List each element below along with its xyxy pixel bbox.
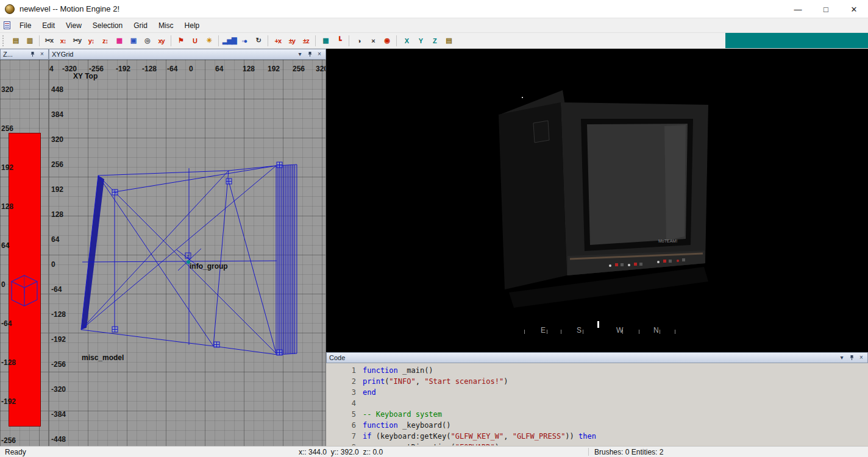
application-window: newlevel -- Motion Engine 2! — □ ✕ FileE… — [0, 0, 868, 457]
code-panel-title: Code — [329, 354, 838, 361]
menu-item-edit[interactable]: Edit — [37, 19, 60, 32]
translate-x-icon[interactable]: +x — [271, 34, 284, 47]
tv-model-render: MoTEAM! — [326, 49, 868, 352]
status-counts: Brushes: 0 Entities: 2 — [594, 448, 663, 456]
levels-icon[interactable]: ┗ — [333, 34, 346, 47]
status-divider — [588, 448, 589, 456]
translate-y-icon[interactable]: ±y — [285, 34, 298, 47]
xy-grid-panel: XYGrid ▾ × — [49, 49, 326, 446]
tv-brand-label: MoTEAM! — [658, 239, 677, 243]
view-orientation-label: XY Top — [73, 72, 98, 80]
menu-item-misc[interactable]: Misc — [153, 19, 179, 32]
xy-panel-header[interactable]: XYGrid ▾ × — [49, 49, 326, 60]
xy-panel-title: XYGrid — [52, 51, 296, 58]
menu-item-file[interactable]: File — [14, 19, 37, 32]
rotate-icon[interactable]: ↻ — [252, 34, 265, 47]
menu-item-help[interactable]: Help — [179, 19, 205, 32]
code-token: if — [363, 432, 371, 441]
code-line: 6function _keyboard() — [326, 420, 868, 431]
dial-icon[interactable]: ◑ — [352, 34, 365, 47]
toolbar-separator — [349, 35, 349, 46]
minimize-button[interactable]: — — [784, 0, 812, 18]
open-model-icon[interactable]: ▥ — [23, 34, 36, 47]
menu-item-view[interactable]: View — [60, 19, 87, 32]
cut-y-icon[interactable]: ✂y — [71, 34, 84, 47]
toolbar-separator — [171, 35, 171, 46]
effects-icon[interactable]: ✳ — [202, 34, 215, 47]
notes-icon[interactable]: ▣ — [127, 34, 140, 47]
toolbar-separator — [218, 35, 219, 46]
record-icon[interactable]: ◉ — [380, 34, 393, 47]
cut-x-icon[interactable]: ✂x — [43, 34, 55, 47]
model-wireframe[interactable]: z — [49, 60, 326, 446]
pin-icon[interactable] — [29, 51, 36, 58]
code-token: function — [363, 366, 398, 375]
code-editor[interactable]: 1function _main()2print("INFO", "Start s… — [326, 363, 868, 445]
compass-tick — [639, 330, 639, 334]
code-line-text: if (keyboard:getKey("GLFW_KEY_W", "GLFW_… — [363, 431, 868, 442]
maximize-button[interactable]: □ — [812, 0, 840, 18]
code-token: end — [363, 388, 376, 397]
menu-item-grid[interactable]: Grid — [128, 19, 153, 32]
z-panel: Z... × 320256192128640-64-128-192-256 — [0, 49, 49, 446]
code-line: 5-- Keyboard system — [326, 409, 868, 420]
code-token: "Start scenarios!" — [424, 377, 503, 386]
close-button[interactable]: ✕ — [840, 0, 868, 18]
points-icon[interactable]: ◦● — [238, 34, 251, 47]
z-cube-wireframe — [9, 273, 40, 316]
code-token: then — [578, 432, 596, 441]
close-icon[interactable]: × — [316, 51, 323, 58]
code-line-number: 2 — [326, 376, 363, 387]
code-panel: Code ▾ × 1function _main()2print("INFO",… — [326, 352, 868, 446]
code-token: setDirection( — [363, 443, 455, 445]
compass-tick — [583, 330, 583, 334]
code-line: 2print("INFO", "Start scenarios!") — [326, 376, 868, 387]
compass-tick — [524, 330, 525, 334]
axis-x-icon[interactable]: X — [400, 34, 413, 47]
zoom-view-icon[interactable]: ◎ — [141, 34, 154, 47]
code-token: print — [363, 377, 385, 386]
notebook-icon[interactable]: ▤ — [442, 34, 455, 47]
close-icon[interactable]: × — [858, 354, 865, 361]
move-x-icon[interactable]: x↕ — [57, 34, 69, 47]
magnet-icon[interactable]: U — [188, 34, 201, 47]
code-panel-header[interactable]: Code ▾ × — [326, 352, 868, 363]
pin-icon[interactable] — [306, 51, 313, 58]
move-y-icon[interactable]: y↕ — [85, 34, 98, 47]
axis-y-icon[interactable]: Y — [414, 34, 427, 47]
delete-icon[interactable]: × — [366, 34, 379, 47]
toolbar-separator — [39, 35, 40, 46]
code-line: 4 — [326, 398, 868, 409]
code-line-text: function _main() — [363, 365, 868, 376]
compass-letter-w: W — [616, 326, 623, 335]
chevron-down-icon[interactable]: ▾ — [838, 354, 845, 361]
close-icon[interactable]: × — [38, 51, 46, 58]
status-ready: Ready — [5, 448, 26, 456]
xy-grid-view[interactable]: z 4-320-256-192-128-64064128192256320 44… — [49, 60, 326, 446]
open-scene-icon[interactable]: ▤ — [9, 34, 22, 47]
flag-icon[interactable]: ⚑ — [174, 34, 187, 47]
z-grid-view[interactable]: 320256192128640-64-128-192-256 — [0, 60, 49, 446]
code-token: "GLFW_PRESS" — [513, 432, 566, 441]
chevron-down-icon[interactable]: ▾ — [296, 51, 304, 58]
translate-z-icon[interactable]: ±z — [299, 34, 312, 47]
compass-tick — [561, 330, 561, 334]
histogram-icon[interactable]: ▂▅▇ — [222, 34, 237, 47]
xy-view-icon[interactable]: xy — [155, 34, 168, 47]
paint-grid-icon[interactable]: ▦ — [113, 34, 126, 47]
code-token: "GLFW_KEY_W" — [451, 432, 504, 441]
toolbar-gripper[interactable] — [2, 35, 5, 46]
compass-letter-n: N — [653, 326, 659, 335]
grid-table-icon[interactable]: ▦ — [319, 34, 332, 47]
code-line: 8 setDirection("FORWARD") — [326, 442, 868, 445]
z-ruler-label: 0 — [1, 280, 5, 289]
pin-icon[interactable] — [848, 354, 855, 361]
z-panel-header[interactable]: Z... × — [0, 49, 49, 60]
axis-z-icon[interactable]: Z — [428, 34, 441, 47]
toolbar-teal-block — [725, 33, 868, 48]
move-z-icon[interactable]: z↕ — [99, 34, 112, 47]
toolbar-icons: ▤▥✂xx↕✂yy↕z↕▦▣◎xy⚑U✳▂▅▇◦●↻+x±y±z▦┗◑×◉XYZ… — [9, 34, 455, 47]
menu-item-selection[interactable]: Selection — [87, 19, 128, 32]
code-line-text — [363, 398, 868, 409]
viewport-3d[interactable]: MoTEAM! ESWN — [326, 49, 868, 352]
